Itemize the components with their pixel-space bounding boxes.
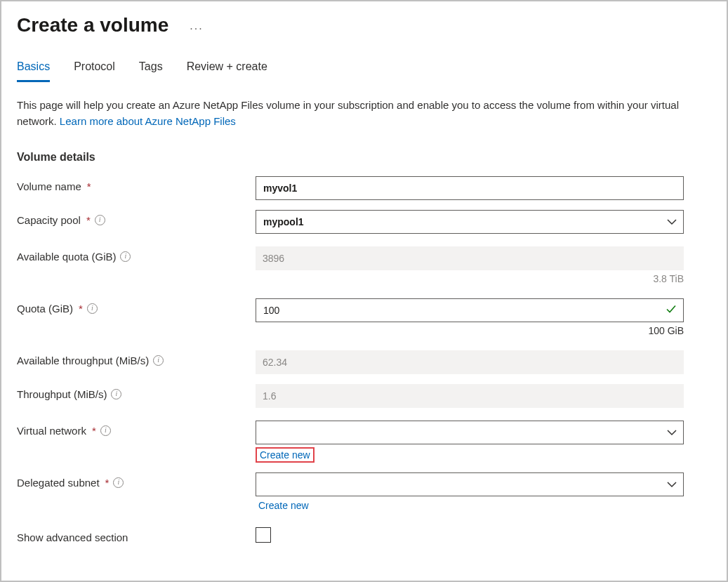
throughput-readonly: 1.6: [256, 384, 684, 408]
capacity-pool-select[interactable]: mypool1: [256, 210, 684, 234]
quota-hint: 100 GiB: [256, 325, 684, 336]
label-volume-name: Volume name: [17, 180, 81, 192]
required-icon: *: [87, 180, 91, 192]
available-quota-hint: 3.8 TiB: [256, 273, 684, 284]
label-virtual-network: Virtual network: [17, 425, 86, 437]
more-menu-icon[interactable]: ···: [190, 22, 203, 35]
required-icon: *: [86, 214, 91, 226]
required-icon: *: [92, 425, 96, 437]
info-icon[interactable]: i: [87, 303, 98, 314]
available-throughput-readonly: 62.34: [256, 350, 684, 374]
label-show-advanced: Show advanced section: [17, 531, 128, 543]
required-icon: *: [105, 477, 110, 489]
show-advanced-checkbox[interactable]: [256, 527, 271, 543]
info-icon[interactable]: i: [153, 355, 164, 366]
tab-basics[interactable]: Basics: [17, 56, 50, 82]
intro-text: This page will help you create an Azure …: [17, 97, 705, 130]
label-quota: Quota (GiB): [17, 303, 73, 315]
info-icon[interactable]: i: [95, 215, 105, 225]
info-icon[interactable]: i: [113, 477, 124, 488]
required-icon: *: [79, 303, 83, 315]
label-available-throughput: Available throughput (MiB/s): [17, 355, 149, 366]
subnet-create-new-link[interactable]: Create new: [258, 500, 309, 511]
tab-bar: Basics Protocol Tags Review + create: [17, 56, 711, 83]
checkmark-icon: [666, 303, 677, 317]
available-quota-readonly: 3896: [256, 246, 684, 270]
label-capacity-pool: Capacity pool: [17, 214, 81, 226]
volume-name-input[interactable]: myvol1: [256, 176, 684, 200]
vnet-create-new-link[interactable]: Create new: [260, 449, 310, 461]
info-icon[interactable]: i: [100, 425, 111, 436]
info-icon[interactable]: i: [111, 389, 121, 399]
tab-review-create[interactable]: Review + create: [187, 56, 267, 82]
page-title: Create a volume: [17, 14, 168, 37]
label-delegated-subnet: Delegated subnet: [17, 477, 100, 489]
label-throughput: Throughput (MiB/s): [17, 388, 107, 400]
info-icon[interactable]: i: [120, 251, 131, 262]
label-available-quota: Available quota (GiB): [17, 251, 116, 263]
virtual-network-select[interactable]: [256, 421, 684, 444]
section-volume-details: Volume details: [17, 151, 711, 164]
delegated-subnet-select[interactable]: [256, 472, 684, 496]
learn-more-link[interactable]: Learn more about Azure NetApp Files: [60, 115, 236, 127]
tab-protocol[interactable]: Protocol: [74, 56, 115, 82]
tab-tags[interactable]: Tags: [139, 56, 163, 82]
quota-input[interactable]: 100: [256, 298, 684, 322]
